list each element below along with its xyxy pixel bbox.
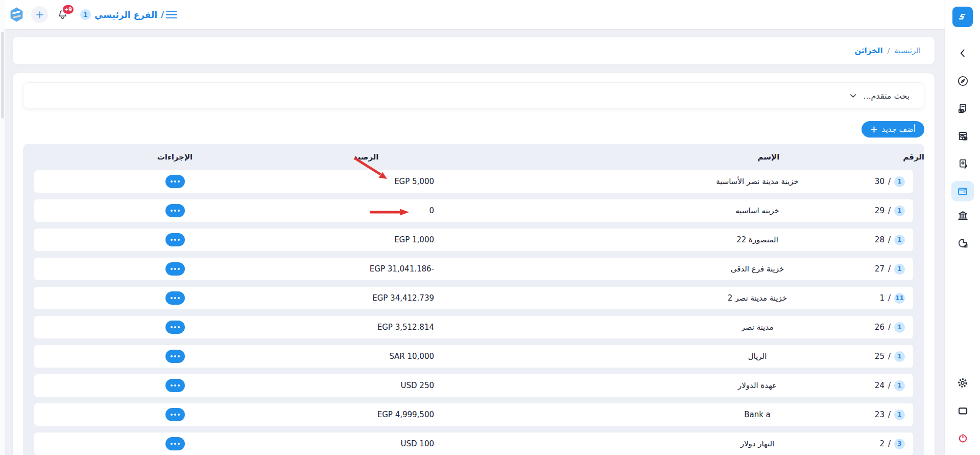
app-logo-square[interactable] (952, 7, 973, 27)
row-count-badge: 1 (894, 351, 905, 362)
ellipsis-icon (178, 443, 180, 445)
row-count-badge: 1 (894, 410, 905, 420)
power-icon[interactable] (956, 431, 969, 445)
row-actions-button[interactable] (165, 437, 185, 450)
row-balance: SAR 10,000 (316, 352, 459, 361)
row-name: خزينة فرع الدقى (694, 264, 821, 274)
store-pos-icon[interactable] (956, 129, 969, 143)
row-actions-button[interactable] (165, 233, 185, 246)
row-balance: 0 (316, 206, 459, 215)
cash-hand-icon[interactable] (956, 157, 969, 170)
plus-icon: + (870, 125, 877, 134)
add-quick-button[interactable] (31, 6, 48, 23)
row-count-badge: 1 (894, 264, 905, 275)
page-title: الخزائن (854, 46, 882, 55)
branch-breadcrumb[interactable]: 1 الفرع الرئيسي / (80, 9, 164, 20)
row-actions-button[interactable] (165, 175, 185, 188)
row-actions-button[interactable] (165, 262, 185, 276)
notifications-button[interactable]: +9 (54, 6, 71, 23)
add-new-label: أضف جديد (882, 125, 916, 134)
advanced-search-label: بحث متقدم... (863, 91, 910, 101)
row-number: 24 (875, 381, 885, 390)
window-icon[interactable] (956, 404, 969, 417)
row-balance: EGP 4,999,500 (316, 410, 459, 419)
row-number-separator: / (888, 293, 891, 303)
table-row[interactable]: 27 / 1 خزينة فرع الدقى EGP 31,041.186- (34, 258, 913, 280)
company-logo-hexagon (8, 6, 25, 23)
bank-icon[interactable] (956, 209, 969, 222)
branch-separator: / (161, 10, 164, 19)
table-row[interactable]: 24 / 1 عهدة الدولار USD 250 (34, 374, 913, 397)
row-number: 30 (875, 177, 885, 186)
row-number-separator: / (888, 206, 891, 215)
ellipsis-icon (178, 239, 180, 241)
table-row[interactable]: 1 / 11 خزينة مدينة نصر 2 EGP 34,412.739 (34, 287, 913, 309)
row-count-badge: 1 (894, 206, 905, 216)
row-balance: USD 250 (316, 381, 459, 390)
pie-chart-icon[interactable] (956, 236, 969, 249)
notifications-count-badge: +9 (62, 4, 75, 15)
row-balance: USD 100 (316, 439, 459, 448)
gear-icon[interactable] (956, 376, 969, 390)
table-row[interactable]: 25 / 1 الريال SAR 10,000 (34, 345, 913, 368)
header-actions: الإجراءات (23, 152, 327, 162)
table-row[interactable]: 23 / 1 Bank a EGP 4,999,500 (34, 403, 913, 426)
row-actions-button[interactable] (165, 291, 185, 305)
table-row[interactable]: 2 / 3 النهار دولار USD 100 (34, 433, 913, 455)
invoice-money-icon[interactable] (956, 102, 969, 115)
row-name: خزينة مدينة نصر الأساسية (694, 177, 821, 186)
row-name: مدينة نصر (694, 323, 821, 332)
compass-icon[interactable] (956, 74, 969, 87)
sidebar-bottom-group (956, 376, 969, 445)
ellipsis-icon (178, 180, 180, 183)
ellipsis-icon (178, 384, 180, 386)
row-actions-button[interactable] (165, 379, 185, 392)
branch-name-label: الفرع الرئيسي (94, 10, 157, 20)
row-number: 25 (875, 352, 885, 361)
row-name: المنصورة 22 (694, 235, 821, 244)
collapse-chevron-left-icon[interactable] (956, 47, 969, 60)
row-name: النهار دولار (694, 439, 821, 448)
row-count-badge: 11 (894, 293, 905, 304)
hamburger-menu-icon[interactable] (164, 9, 179, 21)
row-balance: EGP 3,512.814 (316, 323, 459, 332)
add-new-button[interactable]: أضف جديد + (862, 121, 924, 138)
table-row[interactable]: 29 / 1 خزينه اساسيه 0 (34, 199, 913, 222)
row-name: Bank a (694, 410, 821, 419)
table-row[interactable]: 26 / 1 مدينة نصر EGP 3,512.814 (34, 316, 913, 338)
treasuries-panel: بحث متقدم... أضف جديد + الرقم الإسم الرص… (13, 73, 935, 455)
sidebar (945, 0, 980, 455)
row-number-separator: / (888, 410, 891, 419)
ellipsis-icon (178, 355, 180, 357)
toolbar: أضف جديد + (23, 121, 924, 138)
table-header-row: الرقم الإسم الرصيد الإجراءات (23, 144, 924, 170)
row-balance: EGP 5,000 (316, 177, 459, 186)
branch-count-badge: 1 (80, 9, 91, 20)
row-balance: EGP 34,412.739 (316, 293, 459, 303)
breadcrumb-home-link[interactable]: الرئيسية (894, 46, 921, 55)
row-name: خزينة مدينة نصر 2 (694, 293, 821, 303)
advanced-search-accordion[interactable]: بحث متقدم... (23, 82, 924, 109)
top-navbar: +9 1 الفرع الرئيسي / (0, 0, 945, 29)
row-name: خزينه اساسيه (694, 206, 821, 215)
row-count-badge: 1 (894, 176, 905, 187)
row-count-badge: 1 (894, 322, 905, 333)
row-actions-button[interactable] (165, 408, 185, 421)
table-row[interactable]: 28 / 1 المنصورة 22 EGP 1,000 (34, 229, 913, 251)
table-row[interactable]: 30 / 1 خزينة مدينة نصر الأساسية EGP 5,00… (34, 170, 913, 193)
ellipsis-icon (178, 297, 180, 299)
ellipsis-icon (178, 414, 180, 416)
row-balance: EGP 31,041.186- (316, 264, 459, 274)
ellipsis-icon (178, 268, 180, 270)
row-actions-button[interactable] (165, 321, 185, 334)
wallet-icon-active[interactable] (951, 181, 974, 201)
row-actions-button[interactable] (165, 204, 185, 217)
row-number-separator: / (888, 177, 891, 186)
scrollbar[interactable] (0, 0, 5, 455)
header-name: الإسم (705, 152, 832, 162)
row-actions-button[interactable] (165, 350, 185, 363)
row-number: 1 (879, 293, 885, 303)
header-balance: الرصيد (327, 152, 470, 162)
main-content: الرئيسية / الخزائن بحث متقدم... أضف جديد… (0, 29, 945, 455)
row-name: الريال (694, 352, 821, 361)
